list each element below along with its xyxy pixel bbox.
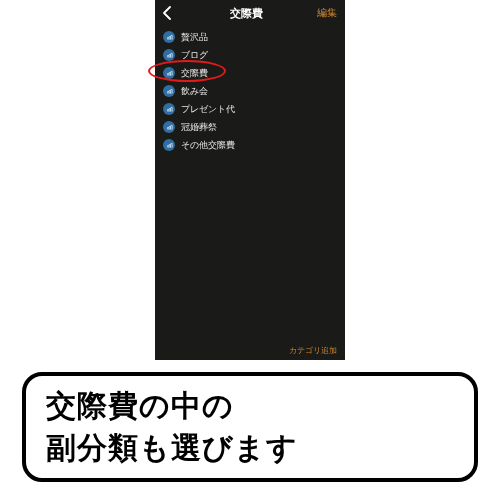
header-bar: 交際費 編集 [155, 0, 345, 26]
list-item[interactable]: 冠婚葬祭 [155, 118, 345, 136]
list-item[interactable]: 交際費 [155, 64, 345, 82]
category-list: 贅沢品 ブログ 交際費 飲み会 プレゼント代 [155, 26, 345, 154]
category-icon [163, 31, 175, 43]
list-item-label: 飲み会 [181, 85, 208, 98]
back-button[interactable] [163, 6, 177, 20]
list-item[interactable]: 贅沢品 [155, 28, 345, 46]
edit-button[interactable]: 編集 [315, 6, 337, 20]
list-item[interactable]: 飲み会 [155, 82, 345, 100]
category-icon [163, 49, 175, 61]
list-item-label: ブログ [181, 49, 208, 62]
footer-bar: カテゴリ追加 [155, 340, 345, 360]
chevron-left-icon [163, 6, 171, 20]
category-icon [163, 85, 175, 97]
caption-box: 交際費の中の 副分類も選びます [22, 372, 478, 482]
list-item-label: 冠婚葬祭 [181, 121, 217, 134]
list-item-label: プレゼント代 [181, 103, 235, 116]
list-item[interactable]: ブログ [155, 46, 345, 64]
category-icon [163, 103, 175, 115]
list-item-label: 贅沢品 [181, 31, 208, 44]
list-item-label: 交際費 [181, 67, 208, 80]
page-title: 交際費 [177, 6, 315, 21]
phone-screen: 交際費 編集 贅沢品 ブログ 交際費 飲み会 [155, 0, 345, 360]
list-item-label: その他交際費 [181, 139, 235, 152]
caption-line-1: 交際費の中の [46, 385, 454, 427]
category-icon [163, 139, 175, 151]
list-item[interactable]: プレゼント代 [155, 100, 345, 118]
caption-line-2: 副分類も選びます [46, 427, 454, 469]
list-item[interactable]: その他交際費 [155, 136, 345, 154]
category-icon [163, 67, 175, 79]
category-icon [163, 121, 175, 133]
add-category-button[interactable]: カテゴリ追加 [289, 345, 337, 356]
